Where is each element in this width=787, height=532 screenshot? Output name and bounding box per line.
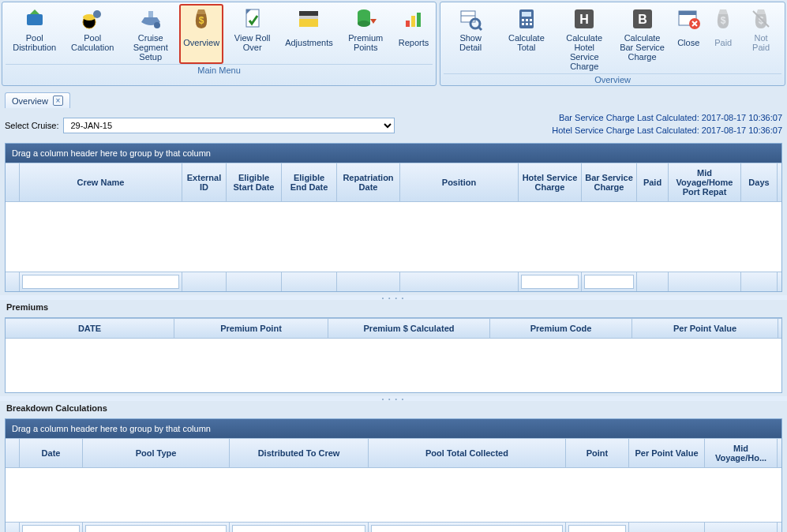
filter-cell (741, 272, 778, 291)
filter-cell (230, 523, 369, 532)
filter-input[interactable] (568, 525, 626, 532)
column-header[interactable]: Bar Service Charge (582, 163, 637, 201)
ribbon-pool-calculation[interactable]: Pool Calculation (63, 4, 121, 64)
filter-input[interactable] (232, 525, 365, 532)
doc-check-icon (240, 6, 265, 32)
column-header[interactable]: Distributed To Crew (230, 439, 369, 467)
ribbon-view-roll-over[interactable]: View Roll Over (223, 4, 281, 64)
svg-text:$: $ (199, 15, 204, 26)
ribbon-show-detail[interactable]: Show Detail (444, 4, 497, 73)
filter-cell (582, 272, 637, 291)
bars-icon (401, 6, 426, 32)
column-header[interactable]: Repatriation Date (337, 163, 400, 201)
breakdown-filter (6, 522, 781, 532)
crew-grid-header: Crew NameExternal IDEligible Start DateE… (6, 163, 781, 202)
ribbon-label: Show Detail (448, 33, 493, 52)
cruise-row: Select Cruise: 29-JAN-15 Bar Service Cha… (0, 108, 787, 140)
tab-label: Overview (12, 96, 48, 106)
svg-rect-9 (299, 19, 318, 27)
group-bar[interactable]: Drag a column header here to group by th… (6, 144, 781, 163)
filter-cell (400, 272, 519, 291)
premiums-title: Premiums (5, 300, 782, 314)
svg-rect-4 (148, 11, 153, 17)
svg-point-3 (93, 10, 101, 18)
win-close-icon (676, 6, 701, 32)
breakdown-group-bar[interactable]: Drag a column header here to group by th… (6, 419, 781, 438)
column-header[interactable] (6, 163, 20, 201)
column-header[interactable] (6, 439, 20, 467)
scale-icon (296, 6, 321, 32)
column-header[interactable]: Premium Code (490, 319, 632, 338)
column-header[interactable]: Point (566, 439, 629, 467)
column-header[interactable]: Days (741, 163, 778, 201)
ribbon-pool-distribution[interactable]: Pool Distribution (6, 4, 63, 64)
filter-cell (637, 272, 669, 291)
calculator-icon (514, 6, 539, 32)
ribbon-reports[interactable]: Reports (395, 4, 433, 64)
svg-rect-24 (526, 19, 528, 21)
svg-line-20 (478, 27, 482, 30)
column-header[interactable]: Position (400, 163, 519, 201)
ribbon-calculate-hotel-service-charge[interactable]: HCalculate Hotel Service Charge (556, 4, 613, 73)
tabbar: Overview × (0, 88, 787, 108)
crew-grid-filter (6, 272, 781, 291)
select-cruise-dropdown[interactable]: 29-JAN-15 (63, 118, 395, 133)
ribbon-premium-points[interactable]: Premium Points (336, 4, 394, 64)
svg-rect-16 (417, 13, 421, 27)
svg-rect-0 (27, 14, 43, 25)
column-header[interactable]: Pool Type (83, 439, 230, 467)
column-header[interactable]: Hotel Service Charge (519, 163, 582, 201)
column-header[interactable]: Eligible Start Date (227, 163, 282, 201)
crew-grid-body (6, 202, 781, 272)
svg-rect-34 (679, 11, 696, 15)
filter-input[interactable] (22, 275, 179, 289)
bag-grey-icon: $ (710, 6, 736, 32)
column-header[interactable]: Mid Voyage/Ho... (705, 439, 778, 467)
column-header[interactable]: Eligible End Date (282, 163, 337, 201)
column-header[interactable]: Premium Point (174, 319, 328, 338)
ribbon-label: Pool Calculation (67, 33, 117, 52)
filter-input[interactable] (22, 525, 80, 532)
filter-cell (282, 272, 337, 291)
filter-input[interactable] (521, 275, 579, 289)
filter-cell (369, 523, 566, 532)
column-header[interactable]: DATE (6, 319, 174, 338)
column-header[interactable]: Mid Voyage/Home Port Repat (669, 163, 741, 201)
ribbon-not-paid: $Not Paid (740, 4, 781, 73)
svg-rect-25 (530, 19, 532, 21)
filter-cell (227, 272, 282, 291)
ribbon-cruise-segment-setup[interactable]: Cruise Segment Setup (122, 4, 179, 64)
column-header[interactable]: Pool Total Collected (369, 439, 566, 467)
filter-input[interactable] (371, 525, 563, 532)
column-header[interactable]: Premium $ Calculated (328, 319, 490, 338)
filter-input[interactable] (85, 525, 227, 532)
close-icon[interactable]: × (53, 96, 63, 106)
svg-text:B: B (638, 13, 647, 26)
svg-rect-8 (299, 11, 318, 16)
ribbon-close[interactable]: Close (671, 4, 706, 73)
bar-charge-status: Bar Service Charge Last Calculated: 2017… (552, 113, 782, 122)
column-header[interactable]: Per Point Value (632, 319, 778, 338)
box-arrow-icon (22, 6, 47, 32)
ribbon-group-main-menu: Pool DistributionPool CalculationCruise … (2, 2, 437, 86)
svg-point-5 (154, 22, 160, 28)
ribbon-calculate-total[interactable]: Calculate Total (497, 4, 555, 73)
column-header[interactable]: Date (20, 439, 83, 467)
premiums-panel: DATEPremium PointPremium $ CalculatedPre… (5, 317, 782, 393)
ribbon-label: Calculate Hotel Service Charge (560, 33, 609, 71)
column-header[interactable]: Per Point Value (629, 439, 705, 467)
filter-input[interactable] (584, 275, 634, 289)
coins-gear-icon (80, 6, 105, 32)
filter-cell (519, 272, 582, 291)
column-header[interactable]: Paid (637, 163, 669, 201)
column-header[interactable]: Crew Name (20, 163, 182, 201)
svg-rect-27 (526, 23, 528, 25)
column-header[interactable]: External ID (182, 163, 227, 201)
ribbon-label: Premium Points (340, 33, 390, 52)
filter-cell (83, 523, 230, 532)
ribbon-label: Calculate Total (501, 33, 551, 52)
ribbon-calculate-bar-service-charge[interactable]: BCalculate Bar Service Charge (613, 4, 671, 73)
tab-overview[interactable]: Overview × (5, 92, 70, 108)
ribbon-overview[interactable]: $Overview (179, 4, 223, 64)
ribbon-adjustments[interactable]: Adjustments (281, 4, 336, 64)
